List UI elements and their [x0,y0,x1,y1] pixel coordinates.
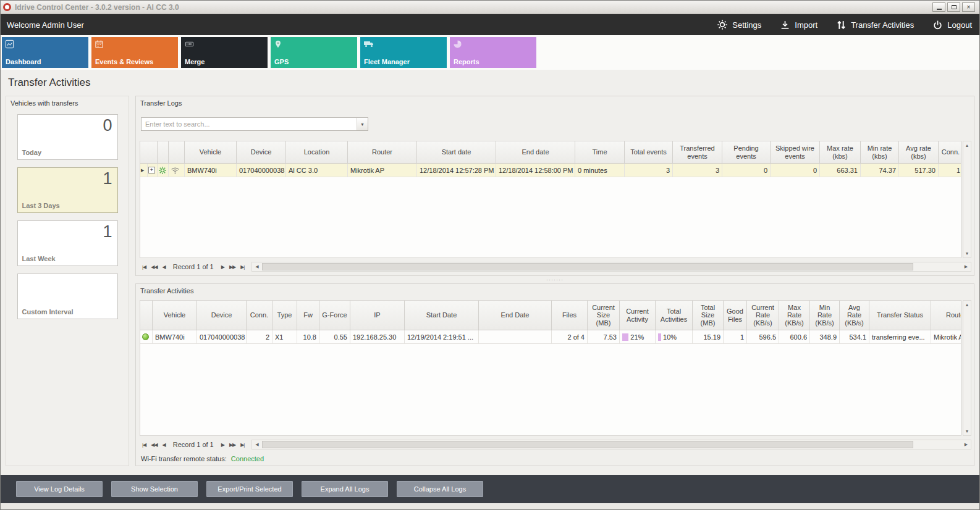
show-selection-button[interactable]: Show Selection [111,481,198,497]
scroll-right-icon[interactable]: ▶ [961,264,971,269]
panel-splitter[interactable]: ······· [135,276,974,283]
expand-all-logs-button[interactable]: Expand All Logs [302,481,388,497]
act-col-files[interactable]: Files [552,301,588,330]
pager-last-button[interactable]: ▶| [238,264,247,270]
logs-col-min-rate[interactable]: Min rate (kbs) [861,141,899,163]
act-col-vehicle[interactable]: Vehicle [153,301,197,330]
act-col-conn[interactable]: Conn. [247,301,272,330]
pager-prev-page-button[interactable]: ◀◀ [148,442,159,448]
minimize-button[interactable] [932,2,945,12]
pager-next-button[interactable]: ▶ [219,442,227,448]
act-col-total-activities[interactable]: Total Activities [656,301,693,330]
pager-next-page-button[interactable]: ▶▶ [227,442,238,448]
search-dropdown-button[interactable]: ▼ [357,118,368,130]
pager-next-button[interactable]: ▶ [219,264,227,270]
filter-card-last-week[interactable]: 1 Last Week [17,220,118,266]
act-col-avg-rate[interactable]: Avg Rate (KB/s) [840,301,869,330]
logs-cell-router: Mikrotik AP [348,164,417,177]
act-col-device[interactable]: Device [197,301,247,330]
act-col-current-rate[interactable]: Current Rate (KB/s) [747,301,779,330]
logs-col-router[interactable]: Router [348,141,417,163]
pager-first-button[interactable]: |◀ [140,442,148,448]
activities-horizontal-scrollbar[interactable]: ◀ ▶ [251,440,971,449]
act-col-total-size[interactable]: Total Size (MB) [693,301,724,330]
logs-col-end-date[interactable]: End date [496,141,575,163]
act-col-min-rate[interactable]: Min Rate (KB/s) [810,301,840,330]
import-button[interactable]: Import [780,20,817,30]
activities-table-row[interactable]: BMW740i 017040000038 2 X1 10.8 0.55 192.… [140,330,961,344]
act-col-current-size[interactable]: Current Size (MB) [588,301,620,330]
scroll-down-icon[interactable]: ▼ [965,249,969,257]
scroll-up-icon[interactable]: ▲ [965,141,969,149]
act-col-current-activity[interactable]: Current Activity [620,301,656,330]
collapse-all-logs-button[interactable]: Collapse All Logs [397,481,483,497]
today-label: Today [22,149,42,156]
scroll-track[interactable] [261,262,961,271]
filter-card-today[interactable]: 0 Today [17,114,118,160]
pager-first-button[interactable]: |◀ [140,264,148,270]
settings-button[interactable]: Settings [717,19,761,30]
filter-card-last-3-days[interactable]: 1 Last 3 Days [17,167,118,213]
logs-col-location[interactable]: Location [286,141,348,163]
gear-icon [158,166,167,175]
logs-search-input[interactable] [142,118,357,130]
pager-prev-button[interactable]: ◀ [160,264,168,270]
act-col-start-date[interactable]: Start Date [405,301,479,330]
tile-dashboard-label: Dashboard [6,58,41,65]
scroll-up-icon[interactable]: ▲ [965,301,969,309]
act-col-max-rate[interactable]: Max Rate (KB/s) [779,301,810,330]
logs-table-row[interactable]: ▶ + BMW740i 017040000038 Al CC 3.0 Mikro… [140,164,961,177]
act-cell-min-rate: 348.9 [810,330,840,343]
logs-vertical-scrollbar[interactable]: ▲ ▼ [963,141,971,258]
pager-prev-page-button[interactable]: ◀◀ [148,264,159,270]
act-col-router[interactable]: Router [931,301,961,330]
logs-col-vehicle[interactable]: Vehicle [185,141,237,163]
export-print-selected-button[interactable]: Export/Print Selected [206,481,293,497]
logs-col-skipped-wire-events[interactable]: Skipped wire events [771,141,820,163]
tile-gps[interactable]: GPS [271,37,357,68]
expand-row-icon[interactable]: + [148,167,155,173]
filter-card-custom-interval[interactable]: Custom Interval [17,274,118,319]
scroll-left-icon[interactable]: ◀ [252,442,261,447]
logs-col-avg-rate[interactable]: Avg rate (kbs) [899,141,939,163]
act-col-ip[interactable]: IP [350,301,405,330]
act-col-transfer-status[interactable]: Transfer Status [869,301,931,330]
scroll-track[interactable] [261,440,961,449]
tile-fleet-manager[interactable]: Fleet Manager [360,37,447,68]
scroll-right-icon[interactable]: ▶ [961,442,971,447]
logs-cell-min-rate: 74.37 [861,164,899,177]
tile-reports[interactable]: Reports [450,37,536,68]
logs-col-max-rate[interactable]: Max rate (kbs) [820,141,861,163]
pager-prev-button[interactable]: ◀ [160,442,168,448]
close-button[interactable]: × [962,2,975,12]
pager-next-page-button[interactable]: ▶▶ [227,264,238,270]
scroll-thumb[interactable] [262,263,913,270]
maximize-button[interactable] [947,2,960,12]
tile-events-reviews[interactable]: Events & Reviews [91,37,178,68]
last-week-count: 1 [103,222,112,241]
logs-col-time[interactable]: Time [575,141,625,163]
act-col-fw[interactable]: Fw [297,301,319,330]
act-col-g-force[interactable]: G-Force [319,301,350,330]
activities-vertical-scrollbar[interactable]: ▲ ▼ [963,300,971,436]
logs-col-transferred-events[interactable]: Transferred events [673,141,722,163]
logout-button[interactable]: Logout [932,20,972,30]
logs-col-conn[interactable]: Conn. [939,141,961,163]
logs-col-device[interactable]: Device [237,141,286,163]
act-col-type[interactable]: Type [272,301,297,330]
scroll-left-icon[interactable]: ◀ [252,264,261,269]
act-col-good-files[interactable]: Good Files [724,301,747,330]
tile-dashboard[interactable]: Dashboard [2,37,88,68]
act-col-end-date[interactable]: End Date [479,301,552,330]
logs-col-start-date[interactable]: Start date [417,141,496,163]
pager-last-button[interactable]: ▶| [238,442,247,448]
view-log-details-button[interactable]: View Log Details [16,481,103,497]
tile-merge[interactable]: Merge [181,37,268,68]
scroll-down-icon[interactable]: ▼ [965,427,969,435]
logs-horizontal-scrollbar[interactable]: ◀ ▶ [251,262,971,272]
transfer-activities-button[interactable]: Transfer Activities [836,20,914,30]
scroll-thumb[interactable] [262,441,913,448]
logs-col-total-events[interactable]: Total events [625,141,673,163]
act-cell-current-size: 7.53 [588,330,620,343]
logs-col-pending-events[interactable]: Pending events [722,141,771,163]
